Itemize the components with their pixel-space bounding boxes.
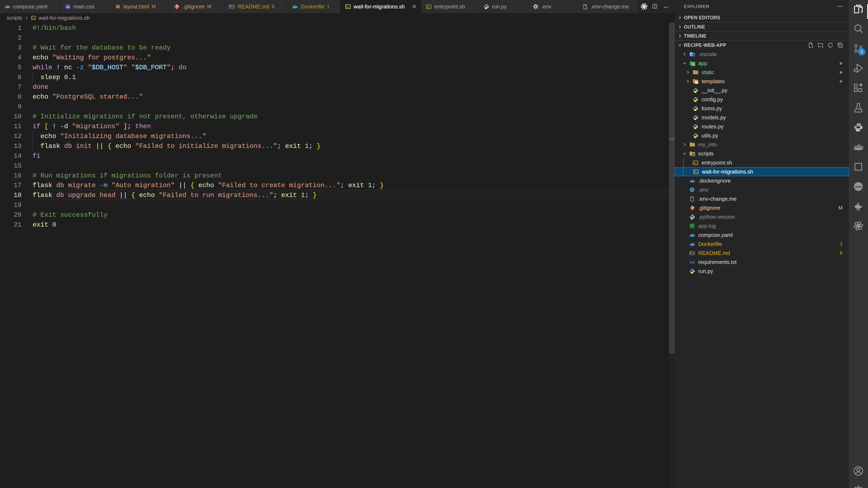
- svg-text:pip: pip: [690, 260, 695, 264]
- svg-text:CSS: CSS: [66, 6, 70, 8]
- svg-text:<>: <>: [692, 154, 695, 156]
- svg-text:Json: Json: [855, 185, 862, 188]
